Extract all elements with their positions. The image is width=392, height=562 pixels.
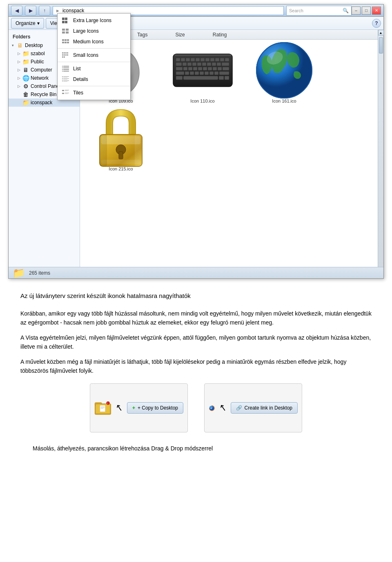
svg-rect-94 [176, 76, 183, 80]
create-link-button[interactable]: 🔗 Create link in Desktop [231, 402, 298, 414]
copy-folder-icon: ! [94, 397, 111, 419]
menu-item-large-label: Large Icons [73, 28, 99, 34]
col-header-tags[interactable]: Tags [136, 32, 149, 38]
svg-rect-69 [202, 63, 206, 66]
svg-rect-58 [200, 58, 205, 61]
tiles-icon [62, 90, 70, 96]
menu-item-list[interactable]: List [58, 63, 130, 74]
svg-rect-84 [176, 72, 184, 75]
svg-rect-42 [65, 90, 69, 90]
organize-button[interactable]: Organize ▾ [11, 18, 44, 29]
search-placeholder: Search [289, 8, 303, 13]
minimize-button[interactable]: – [352, 7, 361, 15]
svg-rect-29 [63, 69, 69, 70]
svg-rect-34 [63, 77, 67, 78]
svg-rect-93 [183, 76, 218, 80]
plus-icon: + [132, 405, 135, 411]
recycle-bin-icon: 🗑 [22, 91, 29, 98]
network-arrow: ▷ [18, 76, 22, 80]
maximize-button[interactable]: □ [362, 7, 371, 15]
scroll-up-button[interactable]: ▲ [378, 30, 384, 36]
svg-rect-83 [223, 67, 229, 70]
svg-rect-25 [63, 66, 69, 67]
svg-rect-76 [188, 67, 192, 70]
scrollbar[interactable]: ▲ [378, 30, 383, 267]
svg-rect-39 [63, 81, 69, 81]
explorer-window: ◀ ▶ ↑ ► iconspack Search 🔍 – □ ✕ Organiz… [8, 4, 384, 279]
icon-image-keyboard [170, 44, 235, 97]
svg-rect-3 [65, 21, 67, 23]
svg-rect-70 [207, 63, 211, 66]
col-header-size[interactable]: Size [174, 32, 186, 38]
svg-rect-43 [65, 91, 68, 91]
svg-rect-67 [192, 63, 196, 66]
close-button[interactable]: ✕ [372, 7, 381, 15]
menu-separator-1 [58, 48, 130, 49]
menu-item-tiles[interactable]: Tiles [58, 87, 130, 98]
svg-point-115 [106, 401, 109, 405]
globe-svg [254, 40, 315, 101]
menu-item-small[interactable]: Small Icons [58, 50, 130, 60]
forward-button[interactable]: ▶ [25, 6, 36, 16]
svg-rect-24 [62, 66, 63, 67]
up-button[interactable]: ↑ [39, 6, 50, 16]
scroll-thumb[interactable] [379, 37, 383, 54]
svg-rect-54 [181, 58, 185, 61]
svg-rect-85 [185, 72, 189, 75]
svg-rect-90 [209, 72, 214, 75]
menu-item-extra-large[interactable]: Extra Large Icons [58, 15, 130, 26]
svg-rect-23 [64, 56, 65, 58]
svg-rect-40 [63, 81, 67, 82]
menu-separator-3 [58, 86, 130, 86]
icon-label-globe: Icon 161.ico [272, 99, 296, 103]
svg-rect-52 [174, 54, 232, 56]
svg-rect-26 [62, 67, 63, 68]
svg-rect-64 [176, 63, 182, 66]
menu-item-details[interactable]: Details [58, 74, 130, 85]
szabol-folder-icon: 📁 [22, 50, 29, 57]
back-button[interactable]: ◀ [11, 6, 22, 16]
menu-item-tiles-label: Tiles [73, 90, 83, 96]
copy-to-desktop-button[interactable]: + + Copy to Desktop [127, 402, 183, 414]
svg-rect-28 [62, 69, 63, 70]
svg-rect-13 [67, 42, 69, 43]
svg-rect-11 [62, 42, 64, 43]
svg-rect-73 [222, 63, 229, 66]
svg-rect-53 [176, 58, 180, 61]
svg-rect-5 [66, 29, 69, 31]
title-bar-buttons: – □ ✕ [352, 7, 381, 15]
cursor-arrow-copy: ↖ [115, 402, 124, 414]
status-bar: 📁 265 items [9, 267, 383, 278]
menu-item-medium[interactable]: Medium Icons [58, 36, 130, 47]
cursor-arrow-link: ↖ [218, 402, 227, 414]
list-icon [62, 65, 70, 72]
svg-rect-63 [225, 58, 229, 61]
svg-rect-8 [62, 39, 64, 41]
icon-item-lock[interactable]: Icon 215.ico [84, 112, 158, 171]
sidebar-label-iconspack: iconspack [31, 100, 52, 105]
menu-item-large[interactable]: Large Icons [58, 26, 130, 36]
icon-item-globe[interactable]: Icon 161.ico [247, 44, 321, 103]
svg-rect-81 [213, 67, 217, 70]
col-header-rating[interactable]: Rating [211, 32, 229, 38]
sidebar-label-recycle-bin: Recycle Bin [31, 92, 56, 97]
search-box[interactable]: Search 🔍 [286, 6, 352, 16]
icon-item-keyboard[interactable]: Icon 110.ico [166, 44, 239, 103]
sidebar-label-public: Public [31, 59, 44, 65]
svg-rect-18 [62, 54, 63, 56]
svg-rect-62 [220, 58, 224, 61]
extra-large-icon [62, 17, 70, 24]
svg-rect-91 [214, 72, 218, 75]
svg-rect-16 [65, 52, 67, 54]
help-button[interactable]: ? [372, 19, 381, 28]
icon-label-lock: Icon 215.ico [109, 166, 133, 171]
link-button-label: Create link in Desktop [245, 405, 292, 411]
menu-separator-2 [58, 62, 130, 62]
article-section: Az új látványterv szerint készült ikonok… [8, 283, 384, 475]
large-icon [62, 28, 70, 34]
svg-rect-106 [100, 134, 107, 166]
address-text: iconspack [62, 8, 84, 13]
network-icon: 🌐 [22, 75, 29, 81]
svg-rect-14 [62, 52, 63, 54]
svg-rect-45 [65, 93, 69, 93]
